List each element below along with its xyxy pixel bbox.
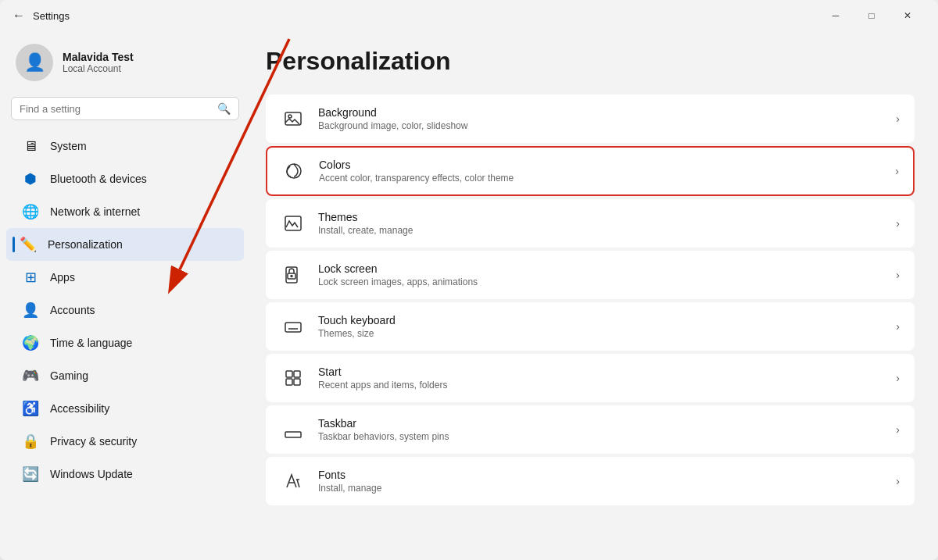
fonts-desc: Install, manage <box>318 483 883 494</box>
content-area: Personalization Background <box>250 31 938 560</box>
touchkeyboard-title: Touch keyboard <box>318 314 883 326</box>
nav-label-personalization: Personalization <box>48 238 123 251</box>
taskbar-icon <box>281 417 306 442</box>
svg-point-1 <box>288 115 292 118</box>
settings-item-background[interactable]: Background Background image, color, slid… <box>266 95 915 143</box>
svg-rect-8 <box>286 371 292 377</box>
nav-item-gaming[interactable]: 🎮 Gaming <box>6 359 244 392</box>
nav-item-time[interactable]: 🌍 Time & language <box>6 326 244 359</box>
taskbar-chevron: › <box>896 423 900 436</box>
background-chevron: › <box>896 112 900 125</box>
touchkeyboard-chevron: › <box>896 320 900 333</box>
search-input[interactable] <box>20 103 211 115</box>
bluetooth-icon: ⬢ <box>22 170 39 187</box>
start-desc: Recent apps and items, folders <box>318 380 883 391</box>
window-title: Settings <box>33 10 70 22</box>
taskbar-desc: Taskbar behaviors, system pins <box>318 431 883 442</box>
user-type: Local Account <box>63 63 134 74</box>
start-chevron: › <box>896 372 900 384</box>
settings-item-taskbar[interactable]: Taskbar Taskbar behaviors, system pins › <box>266 405 915 454</box>
colors-chevron: › <box>895 165 899 177</box>
accounts-icon: 👤 <box>22 301 39 319</box>
nav-label-accessibility: Accessibility <box>50 402 109 415</box>
back-button[interactable]: ← <box>13 9 25 23</box>
minimize-button[interactable]: ─ <box>818 3 854 28</box>
nav-item-privacy[interactable]: 🔒 Privacy & security <box>6 425 244 458</box>
nav-label-time: Time & language <box>50 337 132 349</box>
nav-item-accessibility[interactable]: ♿ Accessibility <box>6 392 244 425</box>
avatar: 👤 <box>16 44 53 81</box>
colors-icon <box>281 159 306 184</box>
colors-title: Colors <box>319 159 883 171</box>
background-desc: Background image, color, slideshow <box>318 120 883 131</box>
accessibility-icon: ♿ <box>22 400 39 417</box>
system-icon: 🖥 <box>22 137 39 155</box>
close-button[interactable]: ✕ <box>890 3 925 28</box>
personalization-icon: ✏️ <box>20 236 37 253</box>
apps-icon: ⊞ <box>22 269 39 286</box>
gaming-icon: 🎮 <box>22 367 39 384</box>
sidebar: 👤 Malavida Test Local Account 🔍 🖥 System <box>0 31 250 560</box>
svg-rect-7 <box>285 323 301 332</box>
nav-item-personalization[interactable]: ✏️ Personalization <box>6 228 244 261</box>
touchkeyboard-icon <box>281 314 306 339</box>
themes-icon <box>281 211 306 236</box>
settings-item-start[interactable]: Start Recent apps and items, folders › <box>266 354 915 402</box>
maximize-button[interactable]: □ <box>854 3 890 28</box>
lockscreen-title: Lock screen <box>318 262 883 275</box>
network-icon: 🌐 <box>22 203 39 220</box>
nav-item-apps[interactable]: ⊞ Apps <box>6 261 244 294</box>
nav-label-system: System <box>50 140 87 152</box>
taskbar-title: Taskbar <box>318 417 883 430</box>
background-icon <box>281 106 306 131</box>
touchkeyboard-desc: Themes, size <box>318 328 883 339</box>
themes-desc: Install, create, manage <box>318 225 883 236</box>
nav-label-network: Network & internet <box>50 205 140 218</box>
lockscreen-chevron: › <box>896 269 900 281</box>
privacy-icon: 🔒 <box>22 433 39 450</box>
settings-item-colors[interactable]: Colors Accent color, transparency effect… <box>266 146 915 196</box>
background-title: Background <box>318 106 883 119</box>
lockscreen-icon <box>281 262 306 287</box>
settings-item-themes[interactable]: Themes Install, create, manage › <box>266 199 915 248</box>
nav-label-update: Windows Update <box>50 468 133 480</box>
nav-item-update[interactable]: 🔄 Windows Update <box>6 458 244 490</box>
settings-item-fonts[interactable]: Fonts Install, manage › <box>266 457 915 505</box>
fonts-chevron: › <box>896 475 900 487</box>
colors-desc: Accent color, transparency effects, colo… <box>319 173 883 184</box>
user-section: 👤 Malavida Test Local Account <box>0 31 250 97</box>
settings-list: Background Background image, color, slid… <box>266 95 915 505</box>
fonts-icon <box>281 469 306 494</box>
svg-rect-11 <box>294 379 300 385</box>
titlebar: ← Settings ─ □ ✕ <box>0 0 938 31</box>
nav-item-system[interactable]: 🖥 System <box>6 130 244 162</box>
nav-label-apps: Apps <box>50 271 75 284</box>
settings-item-lockscreen[interactable]: Lock screen Lock screen images, apps, an… <box>266 251 915 299</box>
start-title: Start <box>318 366 883 378</box>
themes-chevron: › <box>896 217 900 230</box>
update-icon: 🔄 <box>22 465 39 483</box>
settings-item-touchkeyboard[interactable]: Touch keyboard Themes, size › <box>266 302 915 351</box>
nav-item-network[interactable]: 🌐 Network & internet <box>6 195 244 228</box>
nav-label-privacy: Privacy & security <box>50 435 137 448</box>
nav-label-gaming: Gaming <box>50 369 88 382</box>
nav-label-accounts: Accounts <box>50 304 95 316</box>
lockscreen-desc: Lock screen images, apps, animations <box>318 276 883 287</box>
themes-title: Themes <box>318 211 883 223</box>
nav-label-bluetooth: Bluetooth & devices <box>50 173 147 185</box>
nav-item-accounts[interactable]: 👤 Accounts <box>6 294 244 326</box>
time-icon: 🌍 <box>22 334 39 351</box>
nav-item-bluetooth[interactable]: ⬢ Bluetooth & devices <box>6 162 244 195</box>
search-icon: 🔍 <box>217 102 231 115</box>
svg-rect-9 <box>294 371 300 377</box>
fonts-title: Fonts <box>318 469 883 481</box>
search-box[interactable]: 🔍 <box>11 97 239 120</box>
user-name: Malavida Test <box>63 51 134 63</box>
svg-point-6 <box>291 276 292 277</box>
svg-rect-5 <box>288 273 295 279</box>
page-title: Personalization <box>266 47 915 76</box>
svg-rect-10 <box>286 379 292 385</box>
start-icon <box>281 366 306 391</box>
